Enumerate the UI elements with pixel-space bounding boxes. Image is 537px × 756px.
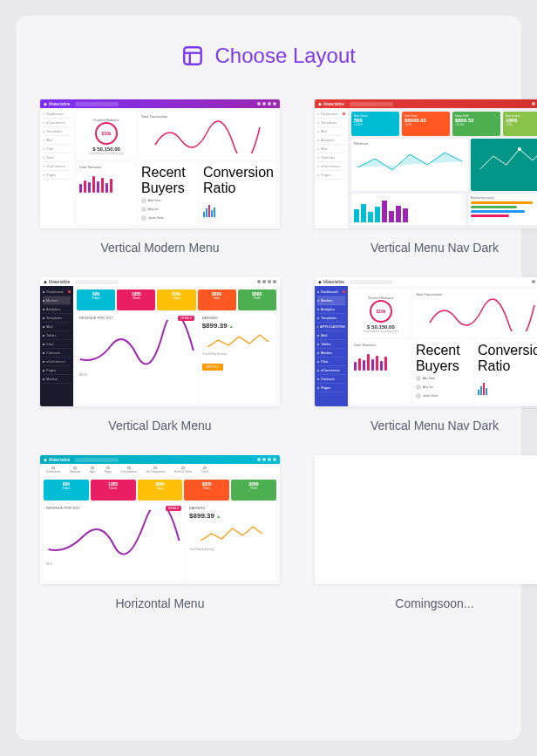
topbar: ◆ Materialize: [40, 455, 280, 464]
layout-option-modern[interactable]: ◆ Materialize Dashboard eCommerce Templa…: [40, 99, 280, 255]
bar-chart: [351, 194, 466, 225]
sidebar: Dashboard Templates Mail Analytics Mail …: [315, 108, 348, 228]
stats-card: User Statistics: [351, 340, 411, 403]
thumb-navdark-red: ◆ Materialize Dashboard Templates Mail A…: [315, 99, 537, 228]
balance-card: Current Balance $10k $ 50,150.00 Used ba…: [77, 112, 136, 160]
horizontal-tabs: Dashboards Templates Apps Pages User Int…: [40, 464, 280, 476]
conversion-card: Conversion Ratio: [201, 162, 276, 225]
svg-rect-0: [184, 47, 201, 65]
stats-card: User Statistics: [77, 162, 136, 225]
layout-icon: [181, 44, 204, 67]
search-input: [75, 458, 119, 462]
layout-chooser: Choose Layout ◆ Materialize Dashboard eC…: [16, 16, 521, 740]
thumb-horizontal: ◆ Materialize Dashboards Templates Apps …: [40, 455, 280, 584]
layout-option-navdark-blue[interactable]: ◆ Materialize Dashboard Modern Analytics…: [315, 277, 537, 432]
earning-card: EARNING $899.39 ▲ Total Weekly Earning V…: [200, 313, 276, 403]
country-card: Revenue by country: [468, 194, 537, 225]
topbar: ◆ Materialize: [40, 99, 280, 108]
sidebar-blue: Dashboard Modern Analytics Templates APP…: [315, 286, 348, 406]
transaction-card: Total Transaction: [413, 289, 537, 337]
page-title: Choose Layout: [215, 44, 356, 68]
sidebar: Dashboard eCommerce Templates Mail Chat …: [40, 108, 73, 228]
balance-ring: $10k: [95, 122, 118, 145]
balance-card: Current Balance $10k $ 50,150.00 Used ba…: [351, 289, 411, 337]
conversion-card: Conversion Ratio: [475, 340, 537, 403]
search-input: [350, 280, 393, 284]
revenue-card: REVENUE FOR 2017 DETAILS 60 %: [77, 313, 197, 403]
sidebar-dark: Dashboard Modern Analytics Templates Mai…: [40, 286, 73, 406]
caption: Vertical Modern Menu: [40, 241, 280, 255]
view-full-button: VIEW FULL: [202, 364, 223, 371]
header: Choose Layout: [33, 44, 504, 68]
brand: ◆ Materialize: [44, 101, 70, 106]
topbar: ◆ Materialize: [40, 277, 280, 286]
revenue-card: Revenue: [351, 139, 468, 191]
layout-option-navdark-red[interactable]: ◆ Materialize Dashboard Templates Mail A…: [315, 99, 537, 255]
topbar-icons: [257, 102, 276, 106]
svg-point-3: [518, 147, 521, 151]
transaction-card: Total Transaction: [139, 112, 276, 160]
caption: Comingsoon...: [315, 596, 537, 610]
layout-grid: ◆ Materialize Dashboard eCommerce Templa…: [33, 99, 504, 610]
caption: Horizontal Menu: [40, 596, 280, 610]
layout-option-comingsoon: Comingsoon...: [315, 455, 537, 610]
thumb-navdark-blue: ◆ Materialize Dashboard Modern Analytics…: [315, 277, 537, 406]
caption: Vertical Dark Menu: [40, 419, 280, 432]
search-input: [350, 102, 393, 106]
thumb-modern: ◆ Materialize Dashboard eCommerce Templa…: [40, 99, 280, 228]
buyers-card: Recent Buyers Alan Snow Amy Lee James St…: [413, 340, 472, 403]
caption: Vertical Menu Nav Dark: [315, 241, 537, 255]
search-input: [75, 102, 119, 106]
earning-card: EARNING $899.39 ▲ Total Weekly Earning: [187, 503, 276, 581]
caption: Vertical Menu Nav Dark: [315, 419, 537, 432]
thumb-placeholder: [315, 455, 537, 584]
buyers-card: Recent Buyers Alan Snow Amy Lee James St…: [139, 162, 198, 225]
stats-green: [471, 139, 537, 191]
thumb-dark: ◆ Materialize Dashboard Modern Analytics…: [40, 277, 280, 406]
revenue-card: REVENUE FOR 2017 DETAILS 60 %: [44, 503, 184, 581]
search-input: [75, 280, 119, 284]
topbar: ◆ Materialize: [315, 99, 537, 108]
topbar: ◆ Materialize: [315, 277, 537, 286]
layout-option-dark[interactable]: ◆ Materialize Dashboard Modern Analytics…: [40, 277, 280, 432]
layout-option-horizontal[interactable]: ◆ Materialize Dashboards Templates Apps …: [40, 455, 280, 610]
